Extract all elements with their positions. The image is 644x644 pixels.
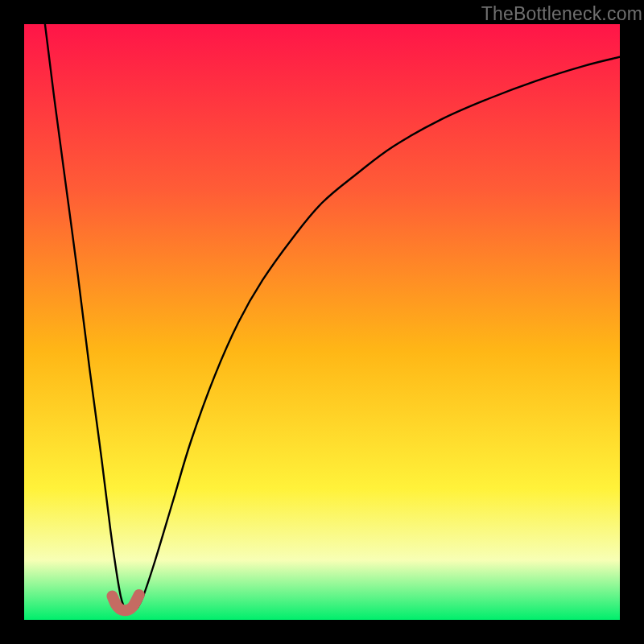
chart-frame xyxy=(24,24,620,620)
chart-svg xyxy=(24,24,620,620)
gradient-background xyxy=(24,24,620,620)
watermark-text: TheBottleneck.com xyxy=(481,3,642,25)
